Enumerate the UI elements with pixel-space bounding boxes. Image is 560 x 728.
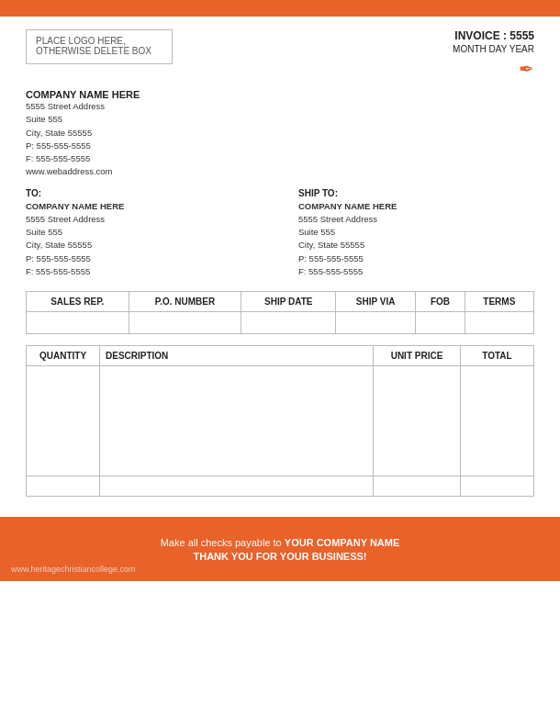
cell-fob xyxy=(416,312,465,334)
ship-to-address2: Suite 555 xyxy=(298,226,534,239)
top-bar xyxy=(0,0,560,17)
order-table-container: SALES REP. P.O. NUMBER SHIP DATE SHIP VI… xyxy=(26,291,534,334)
items-table: QUANTITY DESCRIPTION UNIT PRICE TOTAL xyxy=(26,345,534,497)
footer-checks-payable: Make all checks payable to xyxy=(161,537,282,548)
ship-to-details: COMPANY NAME HERE 5555 Street Address Su… xyxy=(298,200,534,279)
bill-to-phone1: P: 555-555-5555 xyxy=(26,252,262,265)
ship-to-name: COMPANY NAME HERE xyxy=(298,200,534,213)
col-fob: FOB xyxy=(416,292,465,312)
col-description: DESCRIPTION xyxy=(100,346,374,366)
company-phone2: F: 555-555-5555 xyxy=(26,152,534,165)
logo-text: PLACE LOGO HERE, OTHERWISE DELETE BOX xyxy=(36,36,151,56)
bill-to-block: TO: COMPANY NAME HERE 5555 Street Addres… xyxy=(26,188,262,279)
header-row: PLACE LOGO HERE, OTHERWISE DELETE BOX IN… xyxy=(26,29,534,80)
item-1-qty xyxy=(27,366,100,476)
addresses-row: TO: COMPANY NAME HERE 5555 Street Addres… xyxy=(26,188,534,279)
col-total: TOTAL xyxy=(461,346,534,366)
item-1-total xyxy=(461,366,534,476)
col-ship-via: SHIP VIA xyxy=(336,292,416,312)
bill-to-phone2: F: 555-555-5555 xyxy=(26,265,262,278)
company-city: City, State 55555 xyxy=(26,127,534,140)
ship-to-city: City, State 55555 xyxy=(298,239,534,252)
watermark: www.heritagechristiancollege.com xyxy=(11,565,136,574)
col-unit-price: UNIT PRICE xyxy=(374,346,461,366)
company-details: 5555 Street Address Suite 555 City, Stat… xyxy=(26,100,534,179)
item-1-price xyxy=(374,366,461,476)
bottom-bar: Make all checks payable to YOUR COMPANY … xyxy=(0,517,560,581)
footer-thank-you-text: THANK YOU FOR YOUR BUSINESS! xyxy=(193,551,366,562)
company-address2: Suite 555 xyxy=(26,113,534,126)
ship-to-address1: 5555 Street Address xyxy=(298,213,534,226)
company-name: COMPANY NAME HERE xyxy=(26,89,534,100)
footer-cell-3 xyxy=(374,476,461,497)
footer-checks-text: Make all checks payable to YOUR COMPANY … xyxy=(161,537,400,548)
cell-ship-date xyxy=(241,312,336,334)
invoice-number: INVOICE : 5555 xyxy=(453,29,534,42)
ship-to-block: SHIP TO: COMPANY NAME HERE 5555 Street A… xyxy=(298,188,534,279)
logo-box: PLACE LOGO HERE, OTHERWISE DELETE BOX xyxy=(26,29,173,64)
item-row-footer xyxy=(27,476,534,497)
bill-to-city: City, State 55555 xyxy=(26,239,262,252)
item-row-1 xyxy=(27,366,534,476)
cell-terms xyxy=(465,312,533,334)
company-phone1: P: 555-555-5555 xyxy=(26,140,534,152)
ship-to-phone1: P: 555-555-5555 xyxy=(298,252,534,265)
company-address1: 5555 Street Address xyxy=(26,100,534,113)
footer-company-name: YOUR COMPANY NAME xyxy=(285,537,400,548)
order-table: SALES REP. P.O. NUMBER SHIP DATE SHIP VI… xyxy=(26,291,534,334)
company-web: www.webaddress.com xyxy=(26,165,534,178)
invoice-info: INVOICE : 5555 MONTH DAY YEAR ✒ xyxy=(453,29,534,80)
cell-ship-via xyxy=(336,312,416,334)
footer-thank-you: THANK YOU FOR YOUR BUSINESS! xyxy=(193,551,366,562)
bill-to-name: COMPANY NAME HERE xyxy=(26,200,262,213)
order-row xyxy=(27,312,534,334)
bill-to-details: COMPANY NAME HERE 5555 Street Address Su… xyxy=(26,200,262,279)
bill-to-address1: 5555 Street Address xyxy=(26,213,262,226)
col-quantity: QUANTITY xyxy=(27,346,100,366)
footer-cell-1 xyxy=(27,476,100,497)
items-table-container: QUANTITY DESCRIPTION UNIT PRICE TOTAL xyxy=(26,345,534,497)
footer-cell-4 xyxy=(461,476,534,497)
bill-to-label: TO: xyxy=(26,188,262,198)
footer-cell-2 xyxy=(100,476,374,497)
ship-to-label: SHIP TO: xyxy=(298,188,534,198)
invoice-date: MONTH DAY YEAR xyxy=(453,44,534,54)
col-sales-rep: SALES REP. xyxy=(27,292,129,312)
cell-sales-rep xyxy=(27,312,129,334)
bottom-triangle xyxy=(269,508,291,517)
signature-icon: ✒ xyxy=(453,58,534,80)
col-po-number: P.O. NUMBER xyxy=(129,292,241,312)
col-terms: TERMS xyxy=(465,292,533,312)
company-section: COMPANY NAME HERE 5555 Street Address Su… xyxy=(26,89,534,179)
item-1-desc xyxy=(100,366,374,476)
col-ship-date: SHIP DATE xyxy=(241,292,336,312)
cell-po-number xyxy=(129,312,241,334)
ship-to-phone2: F: 555-555-5555 xyxy=(298,265,534,278)
bill-to-address2: Suite 555 xyxy=(26,226,262,239)
